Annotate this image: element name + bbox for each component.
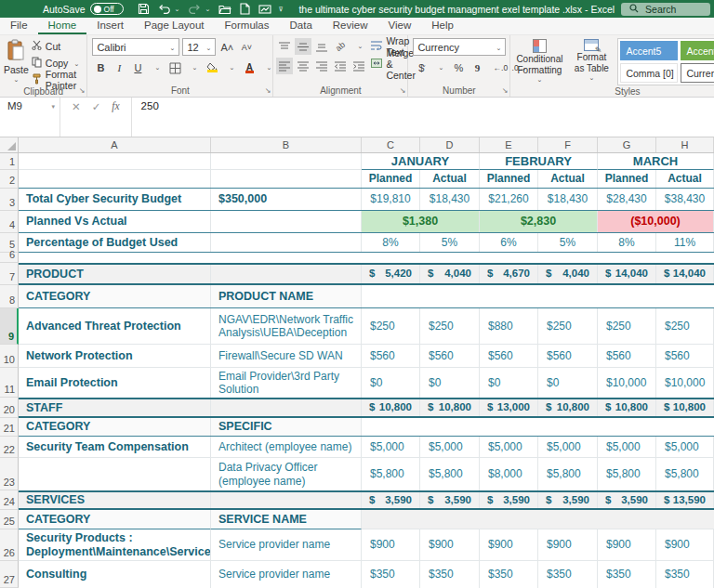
cell-D10[interactable]: $560 [420,345,480,367]
cell-G22[interactable]: $5,000 [598,437,656,457]
row-header-24[interactable]: 24 [0,490,19,510]
style-chip-accent5[interactable]: Accent5 [620,41,678,60]
decrease-indent-button[interactable] [332,58,349,74]
fill-color-dropdown-icon[interactable] [222,59,239,76]
font-name-select[interactable]: Calibri [92,38,179,56]
cell-D9[interactable]: $250 [420,308,480,344]
cell-E20[interactable]: $13,000 [480,399,538,416]
cell-E26[interactable]: $900 [480,529,538,560]
cell-A22[interactable]: Security Team Compensation [19,437,211,457]
cell-A3[interactable]: Total Cyber Security Budget [19,189,211,210]
cell-H24[interactable]: $13,590 [656,492,714,508]
tab-insert[interactable]: Insert [86,18,134,34]
cell-E7[interactable]: $4,670 [480,265,538,283]
decrease-font-size-button[interactable] [238,39,255,56]
cell-B3[interactable]: $350,000 [211,189,362,210]
cell-G1[interactable]: MARCH [598,153,714,170]
cell-B21[interactable]: SPECIFIC [211,418,362,436]
cell-G23[interactable]: $5,800 [598,458,656,490]
orientation-button[interactable]: ab [332,38,349,55]
font-dialog-launcher-icon[interactable]: ↘ [265,87,271,95]
number-format-select[interactable]: Currency [413,38,506,56]
tab-review[interactable]: Review [323,18,378,34]
cell-D11[interactable]: $0 [420,368,480,398]
tab-view[interactable]: View [378,18,422,34]
cell-F5[interactable]: 5% [538,233,598,252]
cell-F27[interactable]: $350 [538,561,598,588]
borders-dropdown-icon[interactable] [185,59,202,76]
cell-D22[interactable]: $5,000 [420,437,480,457]
cell-H7[interactable]: $14,040 [656,265,714,283]
cell-E2[interactable]: Planned [480,170,538,188]
cell-A1[interactable] [19,153,211,170]
cell-C22[interactable]: $5,000 [362,437,420,457]
cell-C11[interactable]: $0 [362,368,420,398]
row-header-1[interactable]: 1 [0,153,19,170]
number-dialog-launcher-icon[interactable]: ↘ [502,87,509,95]
row-header-11[interactable]: 11 [0,368,19,398]
orientation-dropdown-icon[interactable] [350,38,367,55]
cell-A10[interactable]: Network Protection [19,345,211,367]
align-right-button[interactable] [313,58,330,74]
cell-C20[interactable]: $10,800 [362,399,420,416]
cell-E5[interactable]: 6% [480,233,538,252]
percent-style-button[interactable] [450,59,467,76]
cell-A21[interactable]: CATEGORY [19,418,211,436]
format-as-table-button[interactable]: Format as Table [569,37,614,84]
cell-G24[interactable]: $3,590 [598,492,656,508]
cancel-icon[interactable]: ✕ [72,100,81,113]
cell-H22[interactable]: $5,000 [656,437,714,457]
cell-C26[interactable]: $900 [362,529,420,560]
style-chip-currency[interactable]: Currency [681,63,714,83]
share-icon[interactable] [258,4,271,15]
cell-H11[interactable]: $10,000 [656,368,714,398]
cell-E4[interactable]: $2,830 [480,211,598,232]
alignment-dialog-launcher-icon[interactable]: ↘ [400,87,406,95]
cell-C1[interactable]: JANUARY [362,153,480,170]
search-box[interactable]: Search [621,3,710,16]
cell-H23[interactable]: $5,800 [656,458,714,490]
cell-C2[interactable]: Planned [362,170,420,188]
name-box[interactable]: M9 ▾ [0,98,60,137]
column-header-C[interactable]: C [362,137,420,152]
increase-decimal-button[interactable] [492,59,509,76]
cell-C27[interactable]: $350 [362,561,420,588]
cell-E27[interactable]: $350 [480,561,538,588]
cell-B1[interactable] [211,153,362,170]
undo-dropdown-icon[interactable]: ⌄ [175,6,180,12]
cell-G2[interactable]: Planned [598,170,656,188]
cell-D27[interactable]: $350 [420,561,480,588]
column-header-D[interactable]: D [420,137,480,152]
undo-icon[interactable] [158,4,171,15]
underline-dropdown-icon[interactable] [148,59,165,76]
cell-C23[interactable]: $5,800 [362,458,420,490]
cell-F2[interactable]: Actual [538,170,598,188]
insert-function-icon[interactable]: fx [112,100,119,111]
cell-B26[interactable]: Service provider name [211,529,362,560]
cell-G5[interactable]: 8% [598,233,656,252]
cell-A27[interactable]: Consulting [19,561,211,588]
cell-G20[interactable]: $10,800 [598,399,656,416]
style-chip-accent6[interactable]: Accent6 [681,41,714,60]
cell-A4[interactable]: Planned Vs Actual [19,211,211,232]
cell-E24[interactable]: $3,590 [480,492,538,508]
cell-A9[interactable]: Advanced Threat Protection [19,308,211,344]
cell-G11[interactable]: $10,000 [598,368,656,398]
tab-data[interactable]: Data [280,18,323,34]
cell-C4[interactable]: $1,380 [362,211,480,232]
accounting-dropdown-icon[interactable] [431,59,448,76]
cell-D7[interactable]: $4,040 [420,265,480,283]
column-header-B[interactable]: B [211,137,362,152]
middle-align-button[interactable] [295,38,311,55]
cell-E11[interactable]: $0 [480,368,538,398]
cell-A25[interactable]: CATEGORY [19,510,211,529]
cell-B22[interactable]: Architect (employee name) [211,437,362,457]
cell-C9[interactable]: $250 [362,308,420,344]
cell-D20[interactable]: $10,800 [420,399,480,416]
cell-H5[interactable]: 11% [656,233,714,252]
cell-G9[interactable]: $250 [598,308,656,344]
tab-help[interactable]: Help [421,18,464,34]
row-header-22[interactable]: 22 [0,437,19,458]
row-header-9[interactable]: 9 [0,308,19,345]
cell-H26[interactable]: $900 [656,529,714,560]
